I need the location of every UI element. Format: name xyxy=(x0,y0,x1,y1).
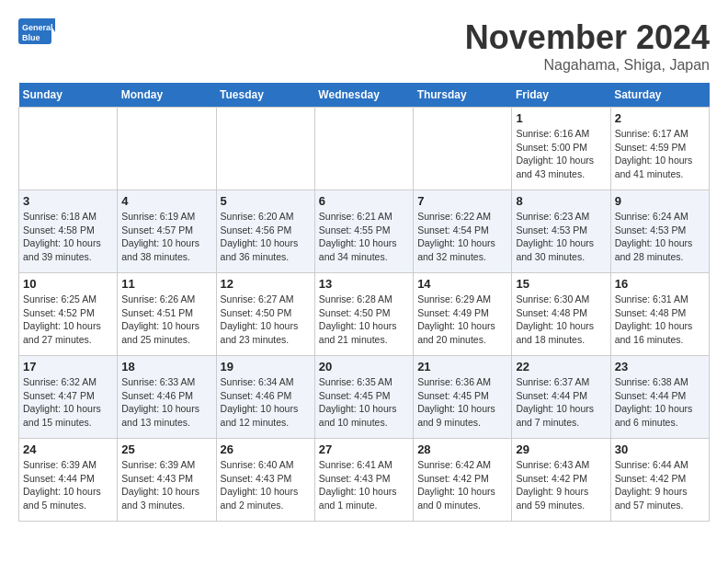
day-number: 6 xyxy=(319,194,409,208)
day-number: 14 xyxy=(417,277,507,291)
day-info: Sunrise: 6:25 AM Sunset: 4:52 PM Dayligh… xyxy=(23,293,113,347)
day-number: 3 xyxy=(23,194,113,208)
calendar-week-row: 10Sunrise: 6:25 AM Sunset: 4:52 PM Dayli… xyxy=(19,273,710,356)
day-number: 29 xyxy=(516,442,606,456)
weekday-header-friday: Friday xyxy=(512,83,610,108)
calendar-cell: 2Sunrise: 6:17 AM Sunset: 4:59 PM Daylig… xyxy=(610,108,709,190)
day-info: Sunrise: 6:18 AM Sunset: 4:58 PM Dayligh… xyxy=(23,210,113,264)
weekday-header-thursday: Thursday xyxy=(414,83,512,108)
day-number: 23 xyxy=(615,360,705,373)
day-number: 18 xyxy=(121,360,211,373)
day-info: Sunrise: 6:37 AM Sunset: 4:44 PM Dayligh… xyxy=(516,375,606,430)
day-info: Sunrise: 6:39 AM Sunset: 4:43 PM Dayligh… xyxy=(121,458,211,512)
weekday-header-sunday: Sunday xyxy=(19,83,118,108)
day-number: 17 xyxy=(23,360,113,373)
weekday-header-tuesday: Tuesday xyxy=(216,83,314,108)
day-number: 1 xyxy=(516,111,606,125)
day-info: Sunrise: 6:41 AM Sunset: 4:43 PM Dayligh… xyxy=(319,458,409,512)
location: Nagahama, Shiga, Japan xyxy=(465,57,710,74)
day-info: Sunrise: 6:30 AM Sunset: 4:48 PM Dayligh… xyxy=(516,293,606,347)
calendar-cell xyxy=(414,108,512,190)
weekday-header-monday: Monday xyxy=(118,83,216,108)
day-number: 9 xyxy=(615,194,705,208)
calendar-cell: 29Sunrise: 6:43 AM Sunset: 4:42 PM Dayli… xyxy=(512,439,610,522)
calendar-cell: 16Sunrise: 6:31 AM Sunset: 4:48 PM Dayli… xyxy=(610,273,709,356)
day-info: Sunrise: 6:22 AM Sunset: 4:54 PM Dayligh… xyxy=(417,210,507,264)
day-info: Sunrise: 6:42 AM Sunset: 4:42 PM Dayligh… xyxy=(417,458,507,512)
day-info: Sunrise: 6:40 AM Sunset: 4:43 PM Dayligh… xyxy=(221,458,311,512)
day-info: Sunrise: 6:26 AM Sunset: 4:51 PM Dayligh… xyxy=(121,293,211,347)
calendar-table: SundayMondayTuesdayWednesdayThursdayFrid… xyxy=(18,83,710,522)
calendar-cell: 27Sunrise: 6:41 AM Sunset: 4:43 PM Dayli… xyxy=(314,439,413,522)
day-number: 21 xyxy=(417,360,507,373)
day-number: 28 xyxy=(417,442,507,456)
calendar-cell: 22Sunrise: 6:37 AM Sunset: 4:44 PM Dayli… xyxy=(512,356,610,439)
day-info: Sunrise: 6:44 AM Sunset: 4:42 PM Dayligh… xyxy=(615,458,705,512)
calendar-week-row: 1Sunrise: 6:16 AM Sunset: 5:00 PM Daylig… xyxy=(19,108,710,190)
calendar-cell: 6Sunrise: 6:21 AM Sunset: 4:55 PM Daylig… xyxy=(314,190,413,273)
day-info: Sunrise: 6:39 AM Sunset: 4:44 PM Dayligh… xyxy=(23,458,113,512)
calendar-cell: 1Sunrise: 6:16 AM Sunset: 5:00 PM Daylig… xyxy=(512,108,610,190)
day-number: 4 xyxy=(121,194,211,208)
calendar-cell: 21Sunrise: 6:36 AM Sunset: 4:45 PM Dayli… xyxy=(414,356,512,439)
day-number: 16 xyxy=(615,277,705,291)
calendar-cell: 18Sunrise: 6:33 AM Sunset: 4:46 PM Dayli… xyxy=(118,356,216,439)
calendar-cell: 9Sunrise: 6:24 AM Sunset: 4:53 PM Daylig… xyxy=(610,190,709,273)
day-number: 10 xyxy=(23,277,113,291)
day-info: Sunrise: 6:16 AM Sunset: 5:00 PM Dayligh… xyxy=(516,127,606,181)
day-number: 19 xyxy=(221,360,311,373)
calendar-cell: 30Sunrise: 6:44 AM Sunset: 4:42 PM Dayli… xyxy=(610,439,709,522)
calendar-cell: 5Sunrise: 6:20 AM Sunset: 4:56 PM Daylig… xyxy=(216,190,314,273)
day-number: 30 xyxy=(615,442,705,456)
day-info: Sunrise: 6:33 AM Sunset: 4:46 PM Dayligh… xyxy=(121,375,211,430)
day-info: Sunrise: 6:43 AM Sunset: 4:42 PM Dayligh… xyxy=(516,458,606,512)
day-info: Sunrise: 6:17 AM Sunset: 4:59 PM Dayligh… xyxy=(615,127,705,181)
day-info: Sunrise: 6:20 AM Sunset: 4:56 PM Dayligh… xyxy=(221,210,311,264)
day-info: Sunrise: 6:36 AM Sunset: 4:45 PM Dayligh… xyxy=(417,375,507,430)
day-number: 22 xyxy=(516,360,606,373)
calendar-cell: 3Sunrise: 6:18 AM Sunset: 4:58 PM Daylig… xyxy=(19,190,118,273)
day-number: 15 xyxy=(516,277,606,291)
calendar-cell: 13Sunrise: 6:28 AM Sunset: 4:50 PM Dayli… xyxy=(314,273,413,356)
day-number: 11 xyxy=(121,277,211,291)
weekday-header-row: SundayMondayTuesdayWednesdayThursdayFrid… xyxy=(19,83,710,108)
calendar-cell: 28Sunrise: 6:42 AM Sunset: 4:42 PM Dayli… xyxy=(414,439,512,522)
day-info: Sunrise: 6:31 AM Sunset: 4:48 PM Dayligh… xyxy=(615,293,705,347)
day-info: Sunrise: 6:23 AM Sunset: 4:53 PM Dayligh… xyxy=(516,210,606,264)
calendar-week-row: 24Sunrise: 6:39 AM Sunset: 4:44 PM Dayli… xyxy=(19,439,710,522)
calendar-week-row: 17Sunrise: 6:32 AM Sunset: 4:47 PM Dayli… xyxy=(19,356,710,439)
weekday-header-wednesday: Wednesday xyxy=(314,83,413,108)
calendar-cell: 23Sunrise: 6:38 AM Sunset: 4:44 PM Dayli… xyxy=(610,356,709,439)
day-info: Sunrise: 6:35 AM Sunset: 4:45 PM Dayligh… xyxy=(319,375,409,430)
calendar-cell: 14Sunrise: 6:29 AM Sunset: 4:49 PM Dayli… xyxy=(414,273,512,356)
day-info: Sunrise: 6:34 AM Sunset: 4:46 PM Dayligh… xyxy=(221,375,311,430)
month-title: November 2024 xyxy=(465,18,710,57)
calendar-cell: 19Sunrise: 6:34 AM Sunset: 4:46 PM Dayli… xyxy=(216,356,314,439)
calendar-cell: 24Sunrise: 6:39 AM Sunset: 4:44 PM Dayli… xyxy=(19,439,118,522)
day-number: 2 xyxy=(615,111,705,125)
page-header: General Blue November 2024 Nagahama, Shi… xyxy=(18,18,710,74)
calendar-cell: 11Sunrise: 6:26 AM Sunset: 4:51 PM Dayli… xyxy=(118,273,216,356)
calendar-cell: 15Sunrise: 6:30 AM Sunset: 4:48 PM Dayli… xyxy=(512,273,610,356)
day-info: Sunrise: 6:24 AM Sunset: 4:53 PM Dayligh… xyxy=(615,210,705,264)
calendar-cell xyxy=(314,108,413,190)
calendar-week-row: 3Sunrise: 6:18 AM Sunset: 4:58 PM Daylig… xyxy=(19,190,710,273)
calendar-cell: 20Sunrise: 6:35 AM Sunset: 4:45 PM Dayli… xyxy=(314,356,413,439)
day-number: 25 xyxy=(121,442,211,456)
day-number: 24 xyxy=(23,442,113,456)
svg-text:Blue: Blue xyxy=(22,33,40,42)
day-number: 7 xyxy=(417,194,507,208)
day-number: 27 xyxy=(319,442,409,456)
calendar-cell xyxy=(19,108,118,190)
day-number: 5 xyxy=(221,194,311,208)
day-info: Sunrise: 6:27 AM Sunset: 4:50 PM Dayligh… xyxy=(221,293,311,347)
svg-text:General: General xyxy=(22,23,53,32)
day-info: Sunrise: 6:32 AM Sunset: 4:47 PM Dayligh… xyxy=(23,375,113,430)
logo-icon: General Blue xyxy=(18,18,55,51)
calendar-cell: 4Sunrise: 6:19 AM Sunset: 4:57 PM Daylig… xyxy=(118,190,216,273)
day-number: 26 xyxy=(221,442,311,456)
day-number: 20 xyxy=(319,360,409,373)
calendar-cell xyxy=(118,108,216,190)
day-info: Sunrise: 6:29 AM Sunset: 4:49 PM Dayligh… xyxy=(417,293,507,347)
day-number: 13 xyxy=(319,277,409,291)
